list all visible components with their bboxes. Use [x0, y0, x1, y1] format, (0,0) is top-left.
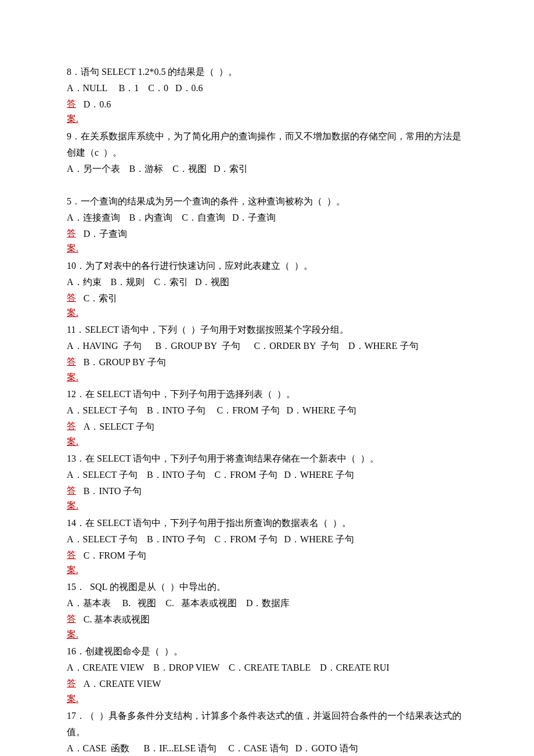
- question-options: A．CASE 函数 B．IF...ELSE 语句 C．CASE 语句 D．GOT…: [67, 740, 467, 756]
- question-text: 11．SELECT 语句中，下列（ ）子句用于对数据按照某个字段分组。: [67, 322, 467, 338]
- question-13: 13．在 SELECT 语句中，下列子句用于将查询结果存储在一个新表中（ ）。 …: [67, 451, 467, 514]
- question-options: A．另一个表 B．游标 C．视图 D．索引: [67, 161, 467, 177]
- question-options: A．基本表 B. 视图 C. 基本表或视图 D．数据库: [67, 595, 467, 611]
- answer-value: C. 基本表或视图: [77, 611, 150, 628]
- answer-label: 答案.: [67, 419, 77, 449]
- question-10: 10．为了对表中的各行进行快速访问，应对此表建立（ ）。 A．约束 B．规则 C…: [67, 258, 467, 321]
- answer-row: 答案. D．0.6: [67, 96, 467, 127]
- spacing: [67, 178, 467, 193]
- answer-row: 答案. A．SELECT 子句: [67, 419, 467, 449]
- answer-value: A．SELECT 子句: [77, 419, 154, 435]
- answer-row: 答案. C．FROM 子句: [67, 548, 467, 578]
- question-14: 14．在 SELECT 语句中，下列子句用于指出所查询的数据表名（ ）。 A．S…: [67, 515, 467, 578]
- question-15: 15． SQL 的视图是从（ ）中导出的。 A．基本表 B. 视图 C. 基本表…: [67, 579, 467, 642]
- question-options: A．SELECT 子句 B．INTO 子句 C．FROM 子句 D．WHERE …: [67, 402, 467, 419]
- question-text: 12．在 SELECT 语句中，下列子句用于选择列表（ ）。: [67, 386, 467, 402]
- question-text: 13．在 SELECT 语句中，下列子句用于将查询结果存储在一个新表中（ ）。: [67, 451, 467, 467]
- question-options: A．HAVING 子句 B．GROUP BY 子句 C．ORDER BY 子句 …: [67, 338, 467, 354]
- answer-label: 答案.: [67, 354, 77, 385]
- question-text: 14．在 SELECT 语句中，下列子句用于指出所查询的数据表名（ ）。: [67, 515, 467, 531]
- question-17: 17．（ ）具备多条件分支结构，计算多个条件表达式的值，并返回符合条件的一个结果…: [67, 708, 467, 756]
- answer-value: A．CREATE VIEW: [77, 676, 161, 692]
- answer-label: 答案.: [67, 676, 77, 707]
- answer-value: C．FROM 子句: [77, 548, 146, 564]
- answer-label: 答案.: [67, 290, 77, 321]
- question-text: 8．语句 SELECT 1.2*0.5 的结果是（ ）。: [67, 64, 467, 80]
- answer-label: 答案.: [67, 548, 77, 578]
- question-9: 9．在关系数据库系统中，为了简化用户的查询操作，而又不增加数据的存储空间，常用的…: [67, 128, 467, 177]
- answer-label: 答案.: [67, 483, 77, 514]
- answer-label: 答案.: [67, 226, 77, 257]
- question-11: 11．SELECT 语句中，下列（ ）子句用于对数据按照某个字段分组。 A．HA…: [67, 322, 467, 385]
- answer-value: D．0.6: [77, 96, 111, 113]
- answer-row: 答案. C. 基本表或视图: [67, 611, 467, 642]
- answer-value: B．GROUP BY 子句: [77, 354, 166, 370]
- answer-label: 答案.: [67, 611, 77, 642]
- question-text: 9．在关系数据库系统中，为了简化用户的查询操作，而又不增加数据的存储空间，常用的…: [67, 128, 467, 161]
- answer-row: 答案. C．索引: [67, 290, 467, 321]
- question-options: A．SELECT 子句 B．INTO 子句 C．FROM 子句 D．WHERE …: [67, 531, 467, 548]
- answer-row: 答案. D．子查询: [67, 226, 467, 257]
- question-16: 16．创建视图命令是（ ）。 A．CREATE VIEW B．DROP VIEW…: [67, 643, 467, 707]
- question-options: A．CREATE VIEW B．DROP VIEW C．CREATE TABLE…: [67, 660, 467, 676]
- answer-label: 答案.: [67, 96, 77, 127]
- question-text: 5．一个查询的结果成为另一个查询的条件，这种查询被称为（ ）。: [67, 193, 467, 210]
- answer-value: C．索引: [77, 290, 118, 307]
- question-text: 10．为了对表中的各行进行快速访问，应对此表建立（ ）。: [67, 258, 467, 274]
- question-8: 8．语句 SELECT 1.2*0.5 的结果是（ ）。 A．NULL B．1 …: [67, 64, 467, 127]
- answer-row: 答案. B．GROUP BY 子句: [67, 354, 467, 385]
- answer-row: 答案. B．INTO 子句: [67, 483, 467, 514]
- question-12: 12．在 SELECT 语句中，下列子句用于选择列表（ ）。 A．SELECT …: [67, 386, 467, 449]
- question-5: 5．一个查询的结果成为另一个查询的条件，这种查询被称为（ ）。 A．连接查询 B…: [67, 193, 467, 257]
- question-text: 16．创建视图命令是（ ）。: [67, 643, 467, 660]
- answer-value: D．子查询: [77, 226, 128, 242]
- question-options: A．SELECT 子句 B．INTO 子句 C．FROM 子句 D．WHERE …: [67, 467, 467, 483]
- question-options: A．约束 B．规则 C．索引 D．视图: [67, 274, 467, 290]
- question-options: A．连接查询 B．内查询 C．自查询 D．子查询: [67, 210, 467, 226]
- answer-value: B．INTO 子句: [77, 483, 142, 499]
- question-text: 15． SQL 的视图是从（ ）中导出的。: [67, 579, 467, 595]
- question-options: A．NULL B．1 C．0 D．0.6: [67, 80, 467, 96]
- answer-row: 答案. A．CREATE VIEW: [67, 676, 467, 707]
- question-text: 17．（ ）具备多条件分支结构，计算多个条件表达式的值，并返回符合条件的一个结果…: [67, 708, 467, 740]
